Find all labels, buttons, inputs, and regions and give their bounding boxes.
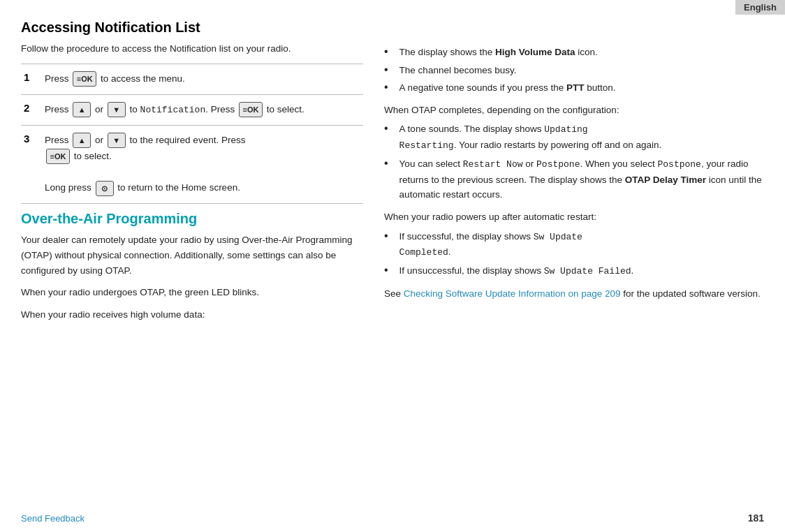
section2-para2: When your radio undergoes OTAP, the gree… — [21, 285, 363, 300]
bullet-text-4: A tone sounds. The display shows Updatin… — [399, 121, 662, 154]
step2-or-label: or — [95, 104, 106, 114]
bullet-text-3: A negative tone sounds if you press the … — [399, 80, 616, 96]
otap-delay-timer-bold: OTAP Delay Timer — [625, 175, 706, 185]
right-column: The display shows the High Volume Data i… — [384, 20, 764, 518]
list-item: The channel becomes busy. — [384, 63, 764, 78]
ptt-bold: PTT — [566, 82, 585, 93]
table-row: 1 Press ≡OK to access the menu. — [21, 64, 363, 94]
step1-rest: to access the menu. — [101, 73, 185, 84]
section1-intro: Follow the procedure to access the Notif… — [21, 41, 363, 57]
list-item: You can select Restart Now or Postpone. … — [384, 156, 764, 202]
sw-update-failed-mono: Sw Update Failed — [544, 266, 631, 276]
list-item: If unsuccessful, the display shows Sw Up… — [384, 263, 764, 279]
list-item: If successful, the display shows Sw Upda… — [384, 229, 764, 261]
updating-mono: Updating — [544, 124, 587, 135]
step-content-1: Press ≡OK to access the menu. — [41, 64, 363, 94]
step3-press-label: Press — [45, 135, 71, 145]
step2-notification-mono: Notification — [140, 105, 206, 115]
page-number: 181 — [748, 512, 764, 524]
menu-ok-button-icon-2: ≡OK — [239, 102, 263, 117]
bullet-group-1: The display shows the High Volume Data i… — [384, 45, 764, 96]
footer: Send Feedback 181 — [0, 512, 785, 524]
step-content-3: Press ▲ or ▼ to the required event. Pres… — [41, 125, 363, 204]
section2-para1: Your dealer can remotely update your rad… — [21, 232, 363, 278]
step2-to-label: to — [130, 104, 140, 114]
list-item: The display shows the High Volume Data i… — [384, 45, 764, 60]
restart-heading: When your radio powers up after automati… — [384, 209, 764, 225]
up-arrow-icon-3: ▲ — [73, 133, 91, 148]
table-row: 2 Press ▲ or ▼ to Notification. Press ≡O… — [21, 94, 363, 125]
bullet-group-3: If successful, the display shows Sw Upda… — [384, 229, 764, 279]
bullet-group-2: A tone sounds. The display shows Updatin… — [384, 121, 764, 202]
see-text-paragraph: See Checking Software Update Information… — [384, 286, 764, 302]
list-item: A negative tone sounds if you press the … — [384, 80, 764, 96]
menu-ok-button-icon-3: ≡OK — [46, 149, 70, 164]
section2-para3: When your radio receives high volume dat… — [21, 307, 363, 323]
table-row: 3 Press ▲ or ▼ to the required event. Pr… — [21, 125, 363, 204]
step-number-3: 3 — [21, 125, 41, 204]
otap-heading: When OTAP completes, depending on the co… — [384, 103, 764, 118]
section2-title: Over-the-Air Programming — [21, 211, 363, 227]
see-label: See — [384, 288, 404, 299]
step2-period: . Press — [205, 104, 237, 114]
step3-return-label: to return to the Home screen. — [117, 182, 240, 193]
up-arrow-icon: ▲ — [73, 102, 91, 117]
bullet-text-7: If unsuccessful, the display shows Sw Up… — [399, 263, 634, 279]
section1-title: Accessing Notification List — [21, 20, 363, 36]
list-item: A tone sounds. The display shows Updatin… — [384, 121, 764, 154]
language-label: English — [735, 0, 785, 15]
step3-to-label: to the required event. Press — [130, 135, 246, 145]
down-arrow-icon-3: ▼ — [108, 133, 126, 148]
down-arrow-icon: ▼ — [108, 102, 126, 117]
postpone-mono: Postpone — [536, 159, 580, 170]
step2-press-label: Press — [45, 104, 71, 114]
menu-ok-button-icon: ≡OK — [73, 71, 96, 87]
bullet-text-6: If successful, the display shows Sw Upda… — [399, 229, 582, 261]
step3-or-label: or — [95, 135, 106, 145]
high-volume-data-bold: High Volume Data — [495, 47, 575, 57]
bullet-text-1: The display shows the High Volume Data i… — [399, 45, 598, 60]
step3-select-label: to select. — [74, 151, 112, 161]
bullet-text-2: The channel becomes busy. — [399, 63, 517, 78]
bullet-text-5: You can select Restart Now or Postpone. … — [399, 156, 764, 202]
restart-now-mono: Restart Now — [463, 159, 523, 170]
step-number-1: 1 — [21, 64, 41, 94]
home-button-icon: ⊙ — [96, 181, 114, 196]
step1-press-label: Press — [45, 73, 71, 84]
left-column: Accessing Notification List Follow the p… — [21, 20, 363, 518]
see-rest-label: for the updated software version. — [620, 288, 760, 299]
checking-software-link[interactable]: Checking Software Update Information on … — [404, 288, 621, 299]
step-content-2: Press ▲ or ▼ to Notification. Press ≡OK … — [41, 94, 363, 125]
restarting-mono: Restarting — [399, 140, 454, 151]
steps-table: 1 Press ≡OK to access the menu. 2 Press … — [21, 64, 363, 205]
sw-update-completed-mono: Sw UpdateCompleted — [399, 232, 582, 258]
step3-long-press-label: Long press — [45, 182, 94, 193]
step2-select-label: to select. — [267, 104, 305, 114]
postpone-mono-2: Postpone — [658, 159, 701, 170]
step-number-2: 2 — [21, 94, 41, 125]
send-feedback-link[interactable]: Send Feedback — [21, 513, 85, 524]
